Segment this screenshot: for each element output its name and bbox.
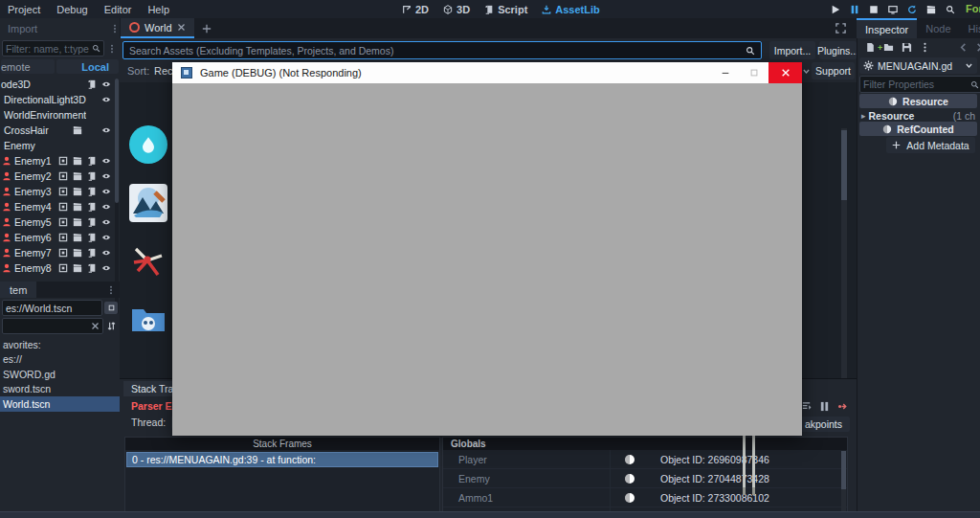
scene-tree-item[interactable]: Enemy6: [0, 230, 120, 245]
asset-plugins-button[interactable]: Plugins...: [819, 41, 857, 59]
scene-tree-item[interactable]: DirectionalLight3D: [0, 92, 120, 107]
distraction-free-icon[interactable]: [835, 23, 846, 34]
add-metadata-button[interactable]: Add Metadata: [886, 137, 975, 153]
global-row[interactable]: Ammo1Object ID: 27330086102: [443, 488, 847, 507]
menu-list: ProjectDebugEditorHelp: [0, 4, 169, 15]
renderer-label[interactable]: Forwa: [966, 3, 980, 14]
import-dock-tab[interactable]: Import: [0, 18, 120, 38]
scene-tree-item[interactable]: Enemy1: [0, 153, 120, 169]
filesystem-path-input[interactable]: [6, 303, 99, 314]
new-resource-button[interactable]: +: [865, 42, 876, 55]
pause-button[interactable]: [850, 5, 859, 14]
water-asset-thumbnail[interactable]: [129, 125, 167, 164]
clear-filter-icon[interactable]: [91, 322, 100, 330]
play-button[interactable]: [831, 5, 840, 14]
history-back-button[interactable]: [958, 42, 969, 55]
workspace-3d[interactable]: 3D: [443, 4, 470, 15]
close-button[interactable]: [768, 62, 802, 83]
file-item[interactable]: avorites:: [0, 337, 120, 352]
global-row[interactable]: PlayerObject ID: 26960987346: [443, 450, 847, 469]
scene-tree-item[interactable]: Enemy3: [0, 184, 120, 199]
menu-project[interactable]: Project: [8, 4, 40, 15]
menu-debug[interactable]: Debug: [56, 4, 87, 15]
category-chevron-icon[interactable]: [802, 67, 811, 76]
dock-menu-icon[interactable]: [110, 24, 120, 34]
section-resource[interactable]: Resource: [859, 94, 977, 108]
pause-debug-button[interactable]: [819, 401, 830, 414]
scene-tree-item[interactable]: Enemy5: [0, 214, 120, 230]
scene-tab-world[interactable]: World: [121, 18, 194, 38]
asset-search-input[interactable]: [123, 45, 746, 56]
history-forward-button[interactable]: [974, 42, 980, 55]
more-options-button[interactable]: [920, 42, 930, 55]
new-scene-icon[interactable]: [202, 24, 212, 34]
file-item[interactable]: es://: [0, 352, 120, 368]
workspace-script[interactable]: Script: [484, 4, 527, 15]
filesystem-path-field[interactable]: [2, 300, 102, 316]
local-button[interactable]: Local: [56, 59, 120, 74]
globals-scrollbar[interactable]: [841, 451, 846, 518]
scene-tree-item[interactable]: CrossHair: [0, 123, 120, 138]
scene-tree-item[interactable]: Enemy4: [0, 199, 120, 214]
save-resource-button[interactable]: [902, 42, 912, 55]
scene-tree-item[interactable]: Enemy: [0, 138, 120, 153]
filesystem-path-row: [0, 300, 120, 316]
remote-button[interactable]: emote: [1, 59, 55, 74]
edited-resource-row[interactable]: MENUAGAIN.gd: [859, 57, 977, 74]
filesystem-tab[interactable]: tem: [0, 282, 36, 298]
scene-tree-item[interactable]: WorldEnvironment: [0, 107, 120, 123]
file-item[interactable]: World.tscn: [0, 396, 120, 412]
tab-node[interactable]: Node: [917, 18, 959, 38]
scene-dock-menu-icon[interactable]: [107, 44, 117, 54]
scene-tree-item[interactable]: ode3D: [0, 77, 120, 92]
asset-search-field[interactable]: [122, 41, 762, 59]
property-filter-field[interactable]: [859, 76, 980, 93]
section-refcounted[interactable]: RefCounted: [859, 122, 977, 136]
property-filter-input[interactable]: [863, 79, 968, 90]
enemy-icon: [2, 248, 11, 258]
window-titlebar[interactable]: Game (DEBUG) (Not Responding): [172, 62, 802, 83]
godot-folder-asset-thumbnail[interactable]: [129, 301, 167, 339]
assetlib-scrollbar[interactable]: [841, 128, 847, 420]
workspace-2d[interactable]: 2D: [402, 4, 429, 15]
stop-button[interactable]: [869, 5, 879, 14]
ghost-scrollbar: [743, 436, 746, 495]
scene-filter-field[interactable]: [2, 40, 104, 56]
tab-inspector[interactable]: Inspector: [857, 18, 917, 38]
file-item[interactable]: SWORD.gd: [0, 367, 120, 382]
toggle-split-button[interactable]: [104, 302, 118, 314]
instance-options-button[interactable]: [946, 5, 955, 14]
resource-expand-row[interactable]: ▸ Resource (1 ch: [861, 109, 975, 122]
asset-import-button[interactable]: Import...: [769, 41, 815, 59]
global-row[interactable]: EnemyObject ID: 27044873428: [443, 469, 847, 488]
stack-frame-row[interactable]: 0 - res://MENUAGAIN.gd:39 - at function:: [126, 452, 438, 467]
spark-asset-thumbnail[interactable]: [129, 242, 167, 281]
movie-maker-button[interactable]: [926, 5, 936, 14]
menu-editor[interactable]: Editor: [104, 4, 132, 15]
scene-filter-input[interactable]: [6, 43, 89, 55]
scene-tree-scrollbar[interactable]: [115, 79, 119, 314]
continue-debug-button[interactable]: [837, 401, 848, 414]
file-item[interactable]: sword.tscn: [0, 382, 120, 397]
maximize-button[interactable]: [740, 62, 768, 83]
game-debug-window[interactable]: Game (DEBUG) (Not Responding): [172, 62, 802, 436]
support-button[interactable]: Support: [812, 62, 855, 79]
load-resource-button[interactable]: [883, 42, 894, 55]
workspace-assetlib[interactable]: AssetLib: [542, 4, 599, 15]
menu-help[interactable]: Help: [147, 4, 169, 15]
remote-debug-button[interactable]: [888, 5, 898, 14]
filesystem-menu-icon[interactable]: [106, 285, 116, 295]
scene-tree-item[interactable]: Enemy2: [0, 169, 120, 184]
tab-history[interactable]: History: [960, 18, 980, 38]
minimize-button[interactable]: [711, 62, 740, 83]
filesystem-filter-input[interactable]: [6, 321, 88, 332]
step-into-button[interactable]: [801, 401, 812, 414]
close-tab-icon[interactable]: [177, 23, 186, 32]
file-sort-icon[interactable]: [106, 321, 117, 331]
scene-tree-item[interactable]: Enemy8: [0, 260, 120, 276]
reload-button[interactable]: [907, 5, 917, 14]
scene-tree-item[interactable]: Enemy7: [0, 245, 120, 260]
filesystem-filter-field[interactable]: [2, 318, 103, 334]
chevron-down-icon[interactable]: [965, 61, 973, 70]
terrain-brush-asset-thumbnail[interactable]: [129, 184, 167, 222]
